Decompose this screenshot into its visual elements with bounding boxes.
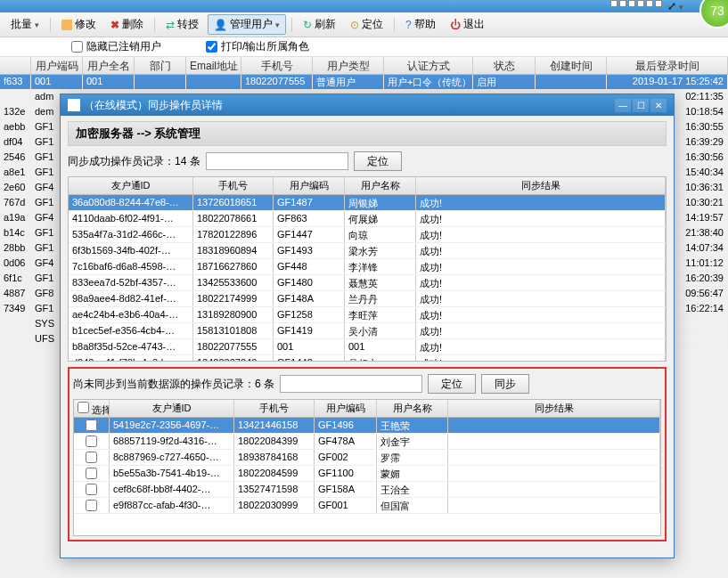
sync-row[interactable]: ae4c24b4-e3b6-40a4-…13189280900GF1258李旺萍…	[69, 307, 666, 323]
unsynced-panel: 尚未同步到当前数据源的操作员记录：6 条 定位 同步 选择 友户通ID 手机号 …	[68, 367, 667, 541]
unsync-row[interactable]: b5e55a3b-7541-4b19-…18022084599GF1100蒙媚	[74, 466, 660, 482]
unsync-row[interactable]: e9f887cc-afab-4f30-…18022030999GF001但国富	[74, 498, 660, 514]
sync-row[interactable]: 4110daab-6f02-4f91-…18022078661GF863何展娣成…	[69, 211, 666, 227]
sync-row[interactable]: 36a080d8-8244-47e8-…13726018651GF1487周银娣…	[69, 195, 666, 211]
unsync-row[interactable]: 8c887969-c727-4650-…18938784168GF002罗霈	[74, 450, 660, 466]
synced-grid-body[interactable]: 36a080d8-8244-47e8-…13726018651GF1487周银娣…	[69, 195, 666, 361]
batch-button[interactable]: 批量▾	[5, 15, 45, 34]
sync-btn[interactable]: 同步	[481, 374, 529, 394]
minimize-button[interactable]: —	[615, 99, 631, 112]
unsync-row[interactable]: cef8c68f-bb8f-4402-…13527471598GF158A王治全	[74, 482, 660, 498]
sync-row[interactable]: d240ee41-f78b-4e3d-…13420337040GF1442吴超立…	[69, 355, 666, 361]
main-grid-header: 用户端码 用户全名 部门 Email地址 手机号 用户类型 认证方式 状态 创建…	[0, 57, 728, 75]
maximize-button[interactable]: ☐	[633, 99, 649, 112]
select-all-check[interactable]	[78, 402, 89, 413]
transfer-button[interactable]: ⇄转授	[160, 15, 204, 34]
unsync-row[interactable]: 5419e2c7-2356-4697-…13421446158GF1496王艳荣	[74, 418, 660, 434]
refresh-button[interactable]: ↻刷新	[298, 15, 341, 34]
exit-button[interactable]: ⏻退出	[445, 15, 490, 34]
app-icon	[68, 99, 80, 111]
success-count-label: 同步成功操作员记录：14 条	[68, 154, 200, 169]
table-row[interactable]: f63300100118022077555普通用户用户+口令（传统）启用2019…	[0, 75, 728, 90]
options-row: 隐藏已注销用户 打印/输出所属角色	[0, 37, 728, 57]
unsync-locate-input[interactable]	[280, 375, 422, 393]
sync-row[interactable]: 98a9aee4-8d82-41ef-…18022174999GF148A兰丹丹…	[69, 291, 666, 307]
delete-button[interactable]: ✖删除	[105, 15, 149, 34]
locate-btn[interactable]: 定位	[354, 151, 402, 171]
sync-row[interactable]: b8a8f35d-52ce-4743-…18022077555001001成功!	[69, 339, 666, 355]
modal-titlebar[interactable]: （在线模式）同步操作员详情 — ☐ ✕	[61, 94, 674, 116]
locate-button[interactable]: ⊙定位	[345, 15, 389, 34]
sync-row[interactable]: 833eea7d-52bf-4357-…13425533600GF1480聂慧英…	[69, 275, 666, 291]
window-top-icons: ⤢ ▾	[610, 0, 683, 12]
sync-row[interactable]: 6f3b1569-34fb-402f-…18318960894GF1493梁水芳…	[69, 243, 666, 259]
sync-modal: （在线模式）同步操作员详情 — ☐ ✕ 加密服务器 --> 系统管理 同步成功操…	[60, 94, 675, 558]
sync-row[interactable]: b1cec5ef-e356-4cb4-…15813101808GF1419吴小清…	[69, 323, 666, 339]
unsynced-grid-body[interactable]: 5419e2c7-2356-4697-…13421446158GF1496王艳荣…	[74, 418, 660, 535]
manage-users-button[interactable]: 👤管理用户▾	[208, 14, 286, 35]
synced-grid: 友户通ID 手机号 用户编码 用户名称 同步结果 36a080d8-8244-4…	[68, 176, 667, 362]
unsync-locate-btn[interactable]: 定位	[428, 374, 476, 394]
edit-button[interactable]: 修改	[56, 15, 102, 34]
unsync-count-label: 尚未同步到当前数据源的操作员记录：6 条	[73, 377, 274, 392]
unsync-row[interactable]: 68857119-9f2d-4316-…18022084399GF478A刘金宇	[74, 434, 660, 450]
main-toolbar: 批量▾ 修改 ✖删除 ⇄转授 👤管理用户▾ ↻刷新 ⊙定位 ?帮助 ⏻退出	[0, 12, 728, 37]
sync-row[interactable]: 7c16baf6-d6a8-4598-…18716627860GF448李洋锋成…	[69, 259, 666, 275]
section-title: 加密服务器 --> 系统管理	[68, 121, 667, 146]
close-button[interactable]: ✕	[650, 99, 667, 112]
modal-title-text: （在线模式）同步操作员详情	[84, 99, 223, 111]
help-button[interactable]: ?帮助	[400, 15, 441, 34]
locate-input[interactable]	[206, 152, 348, 170]
hide-deregistered-check[interactable]: 隐藏已注销用户	[71, 39, 161, 54]
sync-row[interactable]: 535a4f7a-31d2-466c-…17820122896GF1447向琼成…	[69, 227, 666, 243]
print-role-check[interactable]: 打印/输出所属角色	[206, 39, 309, 54]
